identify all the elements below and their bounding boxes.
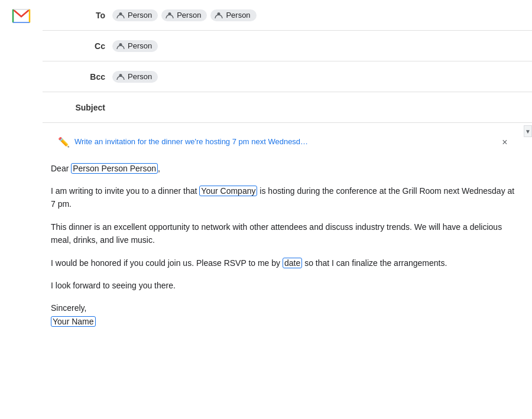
to-recipient-2-label: Person xyxy=(177,11,201,20)
to-recipient-1-label: Person xyxy=(128,11,152,20)
email-body: Dear Person Person Person, I am writing … xyxy=(51,162,518,336)
bcc-recipient-1[interactable]: Person xyxy=(112,71,158,83)
body-area[interactable]: ▼ ✏️ Write an invitation for the dinner … xyxy=(43,123,532,419)
ai-prompt-text: Write an invitation for the dinner we're… xyxy=(74,136,494,148)
email-para-4: I look forward to seeing you there. xyxy=(51,279,518,292)
to-recipient-1[interactable]: Person xyxy=(112,9,158,21)
date-placeholder[interactable]: date xyxy=(283,258,302,268)
para1-text: I am writing to invite you to a dinner t… xyxy=(51,186,197,196)
cc-recipient-1-label: Person xyxy=(128,41,152,50)
gmail-logo[interactable] xyxy=(12,8,31,24)
ai-prompt-bar: ✏️ Write an invitation for the dinner we… xyxy=(51,130,518,155)
ai-prompt-icon: ✏️ xyxy=(58,135,70,150)
salutation-text: Dear xyxy=(51,164,69,173)
cc-recipient-1[interactable]: Person xyxy=(112,40,158,52)
bcc-row: Bcc Person xyxy=(43,61,532,92)
subject-label: Subject xyxy=(47,103,112,112)
para3-start: I would be honored if you could join us.… xyxy=(51,258,280,268)
email-para-3: I would be honored if you could join us.… xyxy=(51,256,518,269)
name-placeholder[interactable]: Your Name xyxy=(51,316,96,327)
subject-field-content[interactable] xyxy=(112,98,527,117)
para3-end: so that I can finalize the arrangements. xyxy=(304,258,447,268)
email-closing: Sincerely, Your Name xyxy=(51,301,518,328)
cc-label: Cc xyxy=(47,41,112,51)
to-field-content[interactable]: Person Person Person xyxy=(112,5,527,26)
to-row: To Person Person xyxy=(43,0,532,31)
company-placeholder[interactable]: Your Company xyxy=(199,186,257,196)
scrollbar[interactable]: ▼ xyxy=(524,123,532,419)
salutation-name[interactable]: Person Person Person xyxy=(71,163,158,174)
person-icon-2 xyxy=(165,11,174,20)
to-recipient-3-label: Person xyxy=(226,11,250,20)
salutation: Dear Person Person Person, xyxy=(51,162,518,175)
to-recipient-3[interactable]: Person xyxy=(210,9,256,21)
cc-person-icon xyxy=(116,41,125,51)
person-icon-1 xyxy=(116,11,125,20)
body-content: ✏️ Write an invitation for the dinner we… xyxy=(43,123,532,342)
bcc-field-content[interactable]: Person xyxy=(112,66,527,87)
email-para-1: I am writing to invite you to a dinner t… xyxy=(51,184,518,211)
bcc-person-icon xyxy=(116,72,125,82)
closing-text: Sincerely, xyxy=(51,301,518,314)
subject-row: Subject xyxy=(43,92,532,123)
bcc-label: Bcc xyxy=(47,72,112,82)
ai-close-button[interactable]: × xyxy=(499,137,511,148)
to-label: To xyxy=(47,11,112,20)
person-icon-3 xyxy=(214,11,223,20)
email-para-2: This dinner is an excellent opportunity … xyxy=(51,220,518,247)
subject-input[interactable] xyxy=(112,103,527,112)
scroll-down-arrow[interactable]: ▼ xyxy=(524,125,532,137)
to-recipient-2[interactable]: Person xyxy=(161,9,207,21)
sidebar xyxy=(0,0,43,419)
bcc-recipient-1-label: Person xyxy=(128,72,152,81)
cc-field-content[interactable]: Person xyxy=(112,35,527,57)
cc-row: Cc Person xyxy=(43,31,532,61)
compose-area: To Person Person xyxy=(43,0,532,419)
